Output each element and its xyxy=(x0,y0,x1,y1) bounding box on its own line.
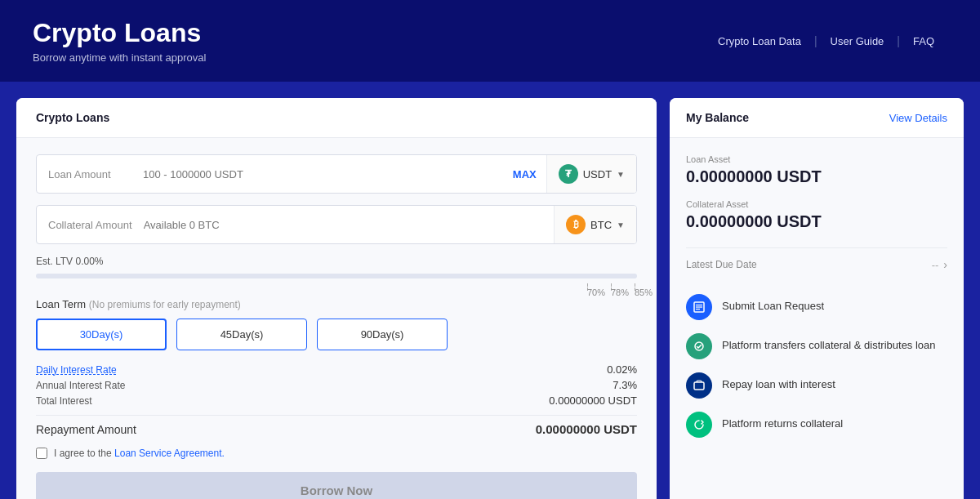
step-3: Repay loan with interest xyxy=(686,372,947,399)
ltv-marker-78: 78% xyxy=(611,283,612,292)
page-title: Crypto Loans xyxy=(33,18,206,48)
nav-faq[interactable]: FAQ xyxy=(900,35,947,47)
step-4: Platform returns collateral xyxy=(686,412,947,438)
step-1: Submit Loan Request xyxy=(686,294,947,320)
borrow-button[interactable]: Borrow Now xyxy=(36,472,637,499)
ltv-marker-85-tick xyxy=(635,283,635,287)
nav-user-guide[interactable]: User Guide xyxy=(817,35,898,47)
total-interest-label: Total Interest xyxy=(36,395,92,407)
agreement-row: I agree to the Loan Service Agreement. xyxy=(36,448,637,459)
ltv-label: Est. LTV 0.00% xyxy=(36,256,637,267)
header-left: Crypto Loans Borrow anytime with instant… xyxy=(33,18,206,64)
balance-section: Loan Asset 0.00000000 USDT Collateral As… xyxy=(686,154,947,231)
latest-due-row[interactable]: Latest Due Date -- › xyxy=(686,247,947,281)
agreement-link[interactable]: Loan Service Agreement. xyxy=(114,448,225,459)
agreement-checkbox[interactable] xyxy=(36,448,47,459)
step-1-icon xyxy=(686,294,712,320)
left-panel-body: Loan Amount MAX ₮ USDT ▼ Collateral Amou… xyxy=(16,138,657,499)
latest-due-label: Latest Due Date xyxy=(686,259,757,270)
daily-interest-row: Daily Interest Rate 0.02% xyxy=(36,363,637,376)
right-panel: My Balance View Details Loan Asset 0.000… xyxy=(670,98,964,499)
view-details-link[interactable]: View Details xyxy=(889,112,947,124)
left-panel-title: Crypto Loans xyxy=(36,111,109,124)
collateral-currency-chevron: ▼ xyxy=(617,221,625,229)
btc-icon: ₿ xyxy=(566,215,586,234)
step-1-text: Submit Loan Request xyxy=(722,294,824,314)
ltv-marker-70-tick xyxy=(587,283,588,287)
loan-asset-label: Loan Asset xyxy=(686,154,947,164)
collateral-amount-input[interactable] xyxy=(144,219,554,231)
header-nav: Crypto Loan Data | User Guide | FAQ xyxy=(705,34,947,47)
page-subtitle: Borrow anytime with instant approval xyxy=(33,51,206,64)
step-2-text: Platform transfers collateral & distribu… xyxy=(722,333,936,353)
ltv-marker-78-tick xyxy=(611,283,612,287)
latest-due-chevron: › xyxy=(943,258,947,271)
main-content: Crypto Loans Loan Amount MAX ₮ USDT ▼ Co… xyxy=(0,82,980,499)
annual-interest-label: Annual Interest Rate xyxy=(36,380,125,391)
repayment-value: 0.00000000 USDT xyxy=(536,422,637,436)
daily-interest-label: Daily Interest Rate xyxy=(36,364,117,376)
loan-amount-row: Loan Amount MAX ₮ USDT ▼ xyxy=(36,154,637,194)
right-panel-body: Loan Asset 0.00000000 USDT Collateral As… xyxy=(670,138,964,454)
daily-interest-value: 0.02% xyxy=(607,363,637,376)
ltv-markers: 70% 78% 85% xyxy=(36,283,637,292)
loan-currency-chevron: ▼ xyxy=(617,170,625,179)
usdt-icon: ₮ xyxy=(559,164,578,184)
ltv-marker-70: 70% xyxy=(587,283,588,292)
term-btn-30[interactable]: 30Day(s) xyxy=(36,319,167,350)
loan-amount-input[interactable] xyxy=(143,168,503,180)
loan-amount-max[interactable]: MAX xyxy=(503,168,546,180)
right-panel-header: My Balance View Details xyxy=(670,98,964,138)
ltv-bar-container xyxy=(36,274,637,278)
term-btn-45[interactable]: 45Day(s) xyxy=(176,319,307,350)
annual-interest-value: 7.3% xyxy=(612,379,637,391)
header: Crypto Loans Borrow anytime with instant… xyxy=(0,0,980,82)
loan-currency-name: USDT xyxy=(583,168,612,180)
total-interest-value: 0.00000000 USDT xyxy=(549,394,637,407)
step-2: Platform transfers collateral & distribu… xyxy=(686,333,947,359)
collateral-amount-row: Collateral Amount ₿ BTC ▼ xyxy=(36,205,637,244)
loan-currency-selector[interactable]: ₮ USDT ▼ xyxy=(546,155,636,193)
interest-rows: Daily Interest Rate 0.02% Annual Interes… xyxy=(36,363,637,407)
term-btn-90[interactable]: 90Day(s) xyxy=(317,319,448,350)
svg-rect-5 xyxy=(694,382,704,390)
total-interest-row: Total Interest 0.00000000 USDT xyxy=(36,394,637,407)
loan-asset-value: 0.00000000 USDT xyxy=(686,167,947,186)
annual-interest-row: Annual Interest Rate 7.3% xyxy=(36,379,637,391)
collateral-asset-label: Collateral Asset xyxy=(686,199,947,209)
nav-crypto-loan-data[interactable]: Crypto Loan Data xyxy=(705,35,814,47)
loan-term-label: Loan Term (No premiums for early repayme… xyxy=(36,298,637,310)
ltv-marker-85: 85% xyxy=(635,283,635,292)
right-panel-title: My Balance xyxy=(686,111,749,124)
agreement-text: I agree to the Loan Service Agreement. xyxy=(54,448,225,459)
loan-amount-label: Loan Amount xyxy=(37,168,143,180)
left-panel: Crypto Loans Loan Amount MAX ₮ USDT ▼ Co… xyxy=(16,98,657,499)
term-buttons: 30Day(s) 45Day(s) 90Day(s) xyxy=(36,319,637,350)
step-4-icon xyxy=(686,412,712,438)
collateral-amount-label: Collateral Amount xyxy=(37,219,144,231)
collateral-asset-value: 0.00000000 USDT xyxy=(686,212,947,231)
repayment-label: Repayment Amount xyxy=(36,423,136,436)
step-3-icon xyxy=(686,372,712,399)
steps-list: Submit Loan Request Platform transfers c… xyxy=(686,294,947,438)
latest-due-value: -- › xyxy=(932,258,947,271)
step-3-text: Repay loan with interest xyxy=(722,372,835,392)
collateral-currency-selector[interactable]: ₿ BTC ▼ xyxy=(554,206,636,243)
step-4-text: Platform returns collateral xyxy=(722,412,843,431)
left-panel-header: Crypto Loans xyxy=(16,98,657,138)
step-2-icon xyxy=(686,333,712,359)
collateral-currency-name: BTC xyxy=(590,219,612,231)
repayment-row: Repayment Amount 0.00000000 USDT xyxy=(36,415,637,436)
